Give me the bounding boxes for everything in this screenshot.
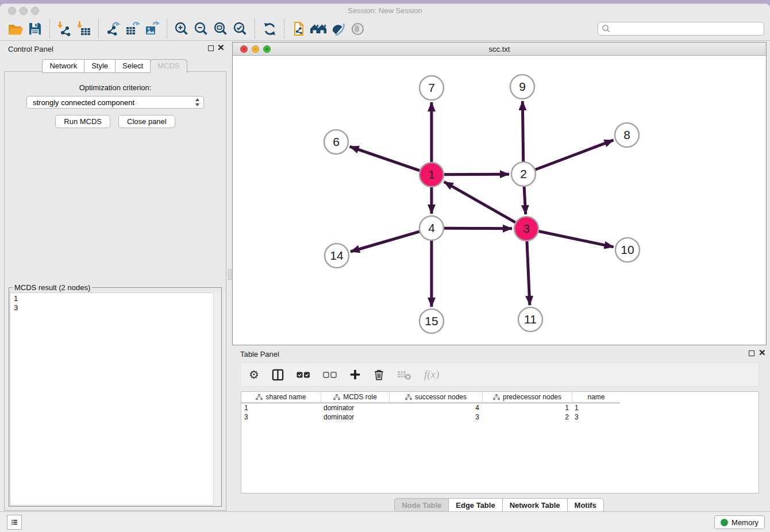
hierarchy-icon <box>333 394 340 400</box>
status-bar: Memory <box>0 511 770 532</box>
deselect-all-columns-button[interactable] <box>323 372 337 378</box>
window-zoom-button[interactable] <box>31 7 39 15</box>
select-all-columns-button[interactable] <box>297 372 310 378</box>
vertical-split-handle[interactable] <box>228 269 232 280</box>
export-table-button[interactable] <box>123 20 143 38</box>
import-network-button[interactable] <box>55 20 74 38</box>
home-button[interactable] <box>309 20 328 38</box>
export-network-button[interactable] <box>103 20 123 38</box>
table-row[interactable]: 3dominator323 <box>241 413 759 422</box>
table-cell: 4 <box>389 403 482 413</box>
graph-edge-3-10[interactable] <box>539 232 614 247</box>
graph-edge-3-11[interactable] <box>527 241 530 305</box>
graph-node-label: 14 <box>330 249 344 262</box>
eye-button[interactable] <box>348 20 367 38</box>
hierarchy-icon <box>493 394 500 400</box>
hide-style-icon <box>330 22 346 36</box>
graph-edge-1-2[interactable] <box>444 174 509 175</box>
delete-rows-button[interactable] <box>374 368 384 381</box>
zoom-in-button[interactable] <box>172 20 191 38</box>
apply-function-button[interactable]: f(x) <box>424 368 439 381</box>
window-title: Session: New Session <box>0 4 770 17</box>
result-scrollbar[interactable] <box>213 292 221 506</box>
zoom-out-button[interactable] <box>191 20 211 38</box>
close-panel-button[interactable]: Close panel <box>118 115 175 128</box>
graph-edge-4-3[interactable] <box>444 228 512 229</box>
export-network-icon <box>106 21 121 36</box>
mcds-result-text[interactable]: 13 <box>10 292 221 506</box>
tab-network[interactable]: Network <box>42 59 84 73</box>
column-header-successor-nodes[interactable]: successor nodes <box>389 392 482 402</box>
tab-node-table[interactable]: Node Table <box>394 498 449 512</box>
tab-motifs[interactable]: Motifs <box>567 498 604 512</box>
tab-network-table[interactable]: Network Table <box>502 498 568 512</box>
zoom-selected-icon <box>233 21 248 36</box>
close-panel-icon[interactable]: ✕ <box>217 43 225 53</box>
toolbar-separator <box>49 19 50 38</box>
network-canvas[interactable]: 7968124314101511 <box>233 56 766 345</box>
save-session-button[interactable] <box>25 20 45 38</box>
hide-style-button[interactable] <box>328 20 348 38</box>
gear-icon: ⚙ <box>249 369 259 380</box>
network-minimize-button[interactable]: − <box>252 45 259 53</box>
table-row[interactable]: 1dominator411 <box>241 403 759 413</box>
clone-network-button[interactable] <box>289 20 309 38</box>
table-toolbar: ⚙ <box>240 363 759 387</box>
close-table-panel-icon[interactable]: ✕ <box>759 348 766 358</box>
column-header-name[interactable]: name <box>572 392 620 402</box>
zoom-fit-button[interactable] <box>211 20 230 38</box>
network-close-button[interactable]: × <box>240 45 248 53</box>
network-maximize-button[interactable]: + <box>263 45 271 53</box>
toolbar-separator <box>284 19 284 38</box>
float-table-panel-icon[interactable] <box>749 350 754 356</box>
network-window-titlebar: × − + scc.txt <box>233 43 766 56</box>
show-columns-button[interactable] <box>272 369 284 381</box>
chevron-up-down-icon <box>195 98 200 107</box>
export-image-icon <box>145 21 160 36</box>
column-header-shared-name[interactable]: shared name <box>241 392 321 402</box>
import-table-icon <box>76 21 91 36</box>
optimization-criterion-select[interactable]: strongly connected component <box>26 96 204 109</box>
run-mcds-button[interactable]: Run MCDS <box>55 115 110 128</box>
tab-select[interactable]: Select <box>115 59 151 73</box>
window-minimize-button[interactable] <box>20 7 28 15</box>
float-panel-icon[interactable] <box>208 45 214 51</box>
column-header-predecessor-nodes[interactable]: predecessor nodes <box>482 392 572 402</box>
zoom-in-icon <box>174 21 189 36</box>
control-panel-title: Control Panel <box>8 45 53 53</box>
graph-edge-4-14[interactable] <box>351 232 419 252</box>
add-column-button[interactable] <box>349 369 361 380</box>
open-folder-icon <box>8 22 24 36</box>
tab-mcds[interactable]: MCDS <box>150 59 187 73</box>
save-icon <box>28 22 42 36</box>
refresh-button[interactable] <box>260 20 279 38</box>
control-panel-tabs: Network Style Select MCDS <box>0 59 230 72</box>
table-settings-button[interactable]: ⚙ <box>249 369 259 380</box>
delete-icon <box>374 368 384 381</box>
open-session-button[interactable] <box>6 20 25 38</box>
task-history-button[interactable] <box>7 515 22 530</box>
zoom-selected-button[interactable] <box>230 20 250 38</box>
table-cell: dominator <box>321 413 389 422</box>
graph-edge-2-9[interactable] <box>522 101 523 161</box>
tab-style[interactable]: Style <box>84 59 116 73</box>
graph-edge-2-8[interactable] <box>536 140 614 169</box>
graph-node-label: 9 <box>519 80 526 93</box>
graph-edge-3-1[interactable] <box>444 182 515 222</box>
import-table-button[interactable] <box>74 20 94 38</box>
search-input[interactable] <box>611 24 760 34</box>
delete-column-button[interactable] <box>397 369 411 380</box>
import-network-icon <box>57 21 72 36</box>
table-header-row: shared nameMCDS rolesuccessor nodesprede… <box>241 392 620 403</box>
export-image-button[interactable] <box>143 20 162 38</box>
window-close-button[interactable] <box>8 7 16 15</box>
tab-edge-table[interactable]: Edge Table <box>448 498 502 512</box>
table-cell: 1 <box>482 403 572 413</box>
function-icon: f(x) <box>424 368 439 381</box>
memory-label: Memory <box>732 518 759 527</box>
control-panel-header: Control Panel ✕ <box>0 41 230 57</box>
column-header-MCDS-role[interactable]: MCDS role <box>321 392 389 402</box>
memory-button[interactable]: Memory <box>714 515 765 529</box>
graph-edge-1-6[interactable] <box>350 147 420 171</box>
graph-edge-2-3[interactable] <box>524 187 526 214</box>
